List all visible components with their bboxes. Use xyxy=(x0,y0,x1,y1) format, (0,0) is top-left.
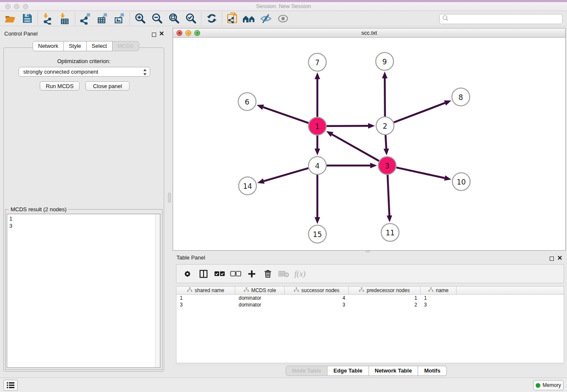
graph-node-4[interactable]: 4 xyxy=(308,157,326,174)
close-panel-button[interactable]: Close panel xyxy=(85,81,129,91)
tab-edge-table[interactable]: Edge Table xyxy=(328,366,369,376)
graph-node-1[interactable]: 1 xyxy=(308,117,326,135)
memory-button[interactable]: Memory xyxy=(533,380,564,390)
import-network-icon[interactable] xyxy=(39,12,56,25)
task-history-button[interactable] xyxy=(3,380,18,391)
zoom-fit-icon[interactable] xyxy=(165,12,182,25)
vertical-splitter-handle[interactable] xyxy=(168,193,171,203)
table-row[interactable]: 3dominator323 xyxy=(176,301,564,308)
zoom-in-icon[interactable] xyxy=(132,12,149,25)
network-graph-canvas[interactable]: 7968124314101511 xyxy=(173,38,565,250)
graph-node-15[interactable]: 15 xyxy=(308,225,326,243)
column-layout-icon[interactable] xyxy=(197,266,210,282)
graph-edge-arrow-1-4 xyxy=(315,149,320,155)
svg-text:10: 10 xyxy=(457,178,466,186)
zoom-selected-icon[interactable] xyxy=(182,12,199,25)
tree-flatten-icon xyxy=(428,287,434,293)
table-cell[interactable]: dominator xyxy=(235,295,285,301)
export-table-icon[interactable] xyxy=(94,12,111,25)
graph-edge-3-11[interactable] xyxy=(388,175,389,215)
run-mcds-button[interactable]: Run MCDS xyxy=(40,81,80,91)
show-all-icon[interactable] xyxy=(275,12,292,25)
export-network-icon[interactable] xyxy=(77,12,94,25)
graph-edge-arrow-2-9 xyxy=(382,72,388,78)
table-cell[interactable]: 4 xyxy=(285,295,349,301)
node-table[interactable]: shared nameMCDS rolesuccessor nodesprede… xyxy=(176,286,564,363)
mcds-result-text[interactable]: 1 3 xyxy=(7,214,160,368)
import-table-icon[interactable] xyxy=(56,12,73,25)
mcds-result-title: MCDS result (2 nodes) xyxy=(9,206,68,213)
graph-node-8[interactable]: 8 xyxy=(452,88,470,106)
graph-edge-2-9[interactable] xyxy=(385,78,385,116)
table-cell[interactable]: 2 xyxy=(349,301,421,308)
column-header-successor-nodes[interactable]: successor nodes xyxy=(285,287,349,294)
toolbar-separator xyxy=(37,12,38,25)
network-window-title: scc.txt xyxy=(173,30,565,36)
float-panel-icon[interactable] xyxy=(152,31,156,39)
deselect-all-rows-icon[interactable] xyxy=(229,266,242,282)
first-neighbors-icon[interactable] xyxy=(241,12,258,25)
delete-column-icon[interactable] xyxy=(261,266,275,282)
settings-gear-icon[interactable] xyxy=(181,266,194,282)
list-icon xyxy=(6,382,15,389)
graph-node-10[interactable]: 10 xyxy=(452,173,470,190)
memory-status-icon xyxy=(536,383,540,388)
close-table-panel-icon[interactable] xyxy=(557,254,562,262)
tab-mcds[interactable]: MCDS xyxy=(113,41,139,51)
graph-node-14[interactable]: 14 xyxy=(239,177,256,195)
toolbar-separator xyxy=(201,12,201,25)
mcds-result-scrollbar[interactable] xyxy=(155,214,160,367)
select-all-rows-icon[interactable] xyxy=(213,266,226,282)
table-cell[interactable]: 1 xyxy=(349,295,421,301)
tab-network-table[interactable]: Network Table xyxy=(369,366,418,376)
graph-edge-3-10[interactable] xyxy=(396,168,444,178)
open-session-icon[interactable] xyxy=(2,12,19,25)
tab-motifs[interactable]: Motifs xyxy=(418,366,446,376)
column-header-MCDS-role[interactable]: MCDS role xyxy=(235,287,285,294)
tab-network[interactable]: Network xyxy=(33,41,64,51)
svg-text:8: 8 xyxy=(459,93,463,102)
column-header-shared-name[interactable]: shared name xyxy=(176,287,235,294)
graph-edge-2-3[interactable] xyxy=(385,135,386,149)
close-panel-icon[interactable] xyxy=(159,30,164,38)
tab-style[interactable]: Style xyxy=(64,41,87,51)
table-cell[interactable]: 3 xyxy=(421,301,457,308)
search-input[interactable] xyxy=(449,15,562,23)
network-window-titlebar[interactable]: ✕ − + scc.txt xyxy=(173,28,565,38)
graph-node-3[interactable]: 3 xyxy=(378,157,396,174)
optimization-criterion-label: Optimization criterion: xyxy=(0,58,168,64)
add-column-icon[interactable] xyxy=(245,266,259,282)
graph-edge-arrow-1-6 xyxy=(257,105,264,110)
save-session-icon[interactable] xyxy=(19,12,36,25)
graph-node-2[interactable]: 2 xyxy=(376,117,394,135)
tree-flatten-icon xyxy=(244,287,249,293)
graph-edge-1-2[interactable] xyxy=(327,126,368,126)
float-table-panel-icon[interactable] xyxy=(550,255,554,262)
table-row[interactable]: 1dominator411 xyxy=(176,295,564,301)
graph-edge-4-14[interactable] xyxy=(264,168,308,181)
column-header-name[interactable]: name xyxy=(421,287,457,294)
graph-node-9[interactable]: 9 xyxy=(376,52,394,70)
graph-edge-1-6[interactable] xyxy=(263,107,308,123)
tab-select[interactable]: Select xyxy=(87,41,113,51)
graph-node-11[interactable]: 11 xyxy=(381,224,399,241)
export-image-icon[interactable] xyxy=(111,12,128,25)
table-cell[interactable]: 1 xyxy=(421,295,457,301)
search-box[interactable] xyxy=(439,14,563,24)
table-cell[interactable]: 3 xyxy=(176,301,235,308)
refresh-layout-icon[interactable] xyxy=(203,12,220,25)
mcds-result-group: MCDS result (2 nodes) 1 3 xyxy=(5,209,162,370)
hide-selected-icon[interactable] xyxy=(258,12,275,25)
graph-edge-3-1[interactable] xyxy=(332,135,379,161)
column-header-predecessor-nodes[interactable]: predecessor nodes xyxy=(349,287,421,294)
graph-node-7[interactable]: 7 xyxy=(308,53,326,71)
graph-node-6[interactable]: 6 xyxy=(238,93,256,110)
table-cell[interactable]: 1 xyxy=(176,295,235,301)
optimization-criterion-select[interactable]: strongly connected component xyxy=(19,67,150,77)
table-cell[interactable]: 3 xyxy=(285,301,349,308)
graph-edge-2-8[interactable] xyxy=(394,103,445,122)
table-cell[interactable]: dominator xyxy=(235,301,285,308)
zoom-out-icon[interactable] xyxy=(149,12,165,25)
tab-node-table[interactable]: Node Table xyxy=(286,366,328,376)
clone-network-icon[interactable] xyxy=(224,12,241,25)
